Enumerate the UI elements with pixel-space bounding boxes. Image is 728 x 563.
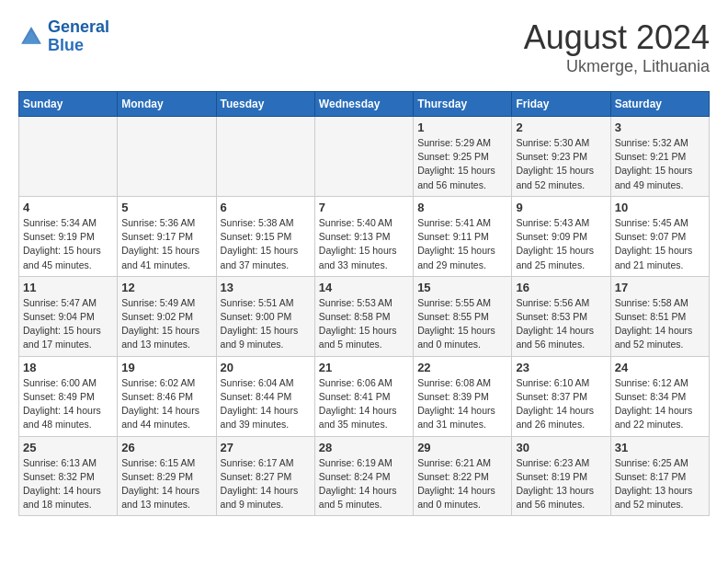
day-number: 26 bbox=[121, 441, 211, 454]
day-cell: 22Sunrise: 6:08 AM Sunset: 8:39 PM Dayli… bbox=[414, 356, 512, 436]
day-detail: Sunrise: 6:10 AM Sunset: 8:37 PM Dayligh… bbox=[516, 376, 606, 432]
day-detail: Sunrise: 5:51 AM Sunset: 9:00 PM Dayligh… bbox=[221, 296, 311, 352]
logo-icon bbox=[18, 24, 44, 50]
day-detail: Sunrise: 6:02 AM Sunset: 8:46 PM Dayligh… bbox=[121, 376, 211, 432]
day-detail: Sunrise: 5:38 AM Sunset: 9:15 PM Dayligh… bbox=[221, 216, 311, 272]
day-detail: Sunrise: 6:08 AM Sunset: 8:39 PM Dayligh… bbox=[417, 376, 507, 432]
day-detail: Sunrise: 6:00 AM Sunset: 8:49 PM Dayligh… bbox=[23, 376, 113, 432]
day-number: 6 bbox=[221, 201, 311, 214]
day-cell: 2Sunrise: 5:30 AM Sunset: 9:23 PM Daylig… bbox=[512, 117, 610, 197]
day-cell: 31Sunrise: 6:25 AM Sunset: 8:17 PM Dayli… bbox=[610, 436, 709, 516]
day-cell: 29Sunrise: 6:21 AM Sunset: 8:22 PM Dayli… bbox=[414, 436, 512, 516]
day-number: 18 bbox=[23, 361, 113, 374]
day-detail: Sunrise: 6:04 AM Sunset: 8:44 PM Dayligh… bbox=[221, 376, 311, 432]
day-cell: 13Sunrise: 5:51 AM Sunset: 9:00 PM Dayli… bbox=[216, 276, 314, 356]
day-detail: Sunrise: 6:17 AM Sunset: 8:27 PM Dayligh… bbox=[221, 456, 311, 512]
day-cell: 1Sunrise: 5:29 AM Sunset: 9:25 PM Daylig… bbox=[414, 117, 512, 197]
day-cell: 20Sunrise: 6:04 AM Sunset: 8:44 PM Dayli… bbox=[216, 356, 314, 436]
day-number: 12 bbox=[121, 281, 211, 294]
column-header-wednesday: Wednesday bbox=[314, 92, 413, 117]
week-row-4: 18Sunrise: 6:00 AM Sunset: 8:49 PM Dayli… bbox=[19, 356, 710, 436]
column-header-monday: Monday bbox=[118, 92, 216, 117]
day-detail: Sunrise: 6:23 AM Sunset: 8:19 PM Dayligh… bbox=[516, 456, 606, 512]
day-number: 5 bbox=[121, 201, 211, 214]
day-number: 7 bbox=[319, 201, 409, 214]
day-cell: 26Sunrise: 6:15 AM Sunset: 8:29 PM Dayli… bbox=[118, 436, 216, 516]
column-header-tuesday: Tuesday bbox=[216, 92, 314, 117]
title-block: August 2024 Ukmerge, Lithuania bbox=[524, 18, 710, 76]
day-cell: 30Sunrise: 6:23 AM Sunset: 8:19 PM Dayli… bbox=[512, 436, 610, 516]
day-cell: 27Sunrise: 6:17 AM Sunset: 8:27 PM Dayli… bbox=[216, 436, 314, 516]
day-number: 19 bbox=[121, 361, 211, 374]
day-number: 15 bbox=[417, 281, 507, 294]
day-cell: 5Sunrise: 5:36 AM Sunset: 9:17 PM Daylig… bbox=[118, 196, 216, 276]
day-number: 10 bbox=[615, 201, 705, 214]
day-cell: 8Sunrise: 5:41 AM Sunset: 9:11 PM Daylig… bbox=[414, 196, 512, 276]
day-number: 13 bbox=[221, 281, 311, 294]
column-header-saturday: Saturday bbox=[610, 92, 709, 117]
logo-text: General Blue bbox=[48, 18, 109, 55]
week-row-5: 25Sunrise: 6:13 AM Sunset: 8:32 PM Dayli… bbox=[19, 436, 710, 516]
day-number: 29 bbox=[417, 441, 507, 454]
page-header: General Blue August 2024 Ukmerge, Lithua… bbox=[18, 18, 710, 76]
week-row-3: 11Sunrise: 5:47 AM Sunset: 9:04 PM Dayli… bbox=[19, 276, 710, 356]
day-number: 16 bbox=[516, 281, 606, 294]
day-detail: Sunrise: 5:32 AM Sunset: 9:21 PM Dayligh… bbox=[615, 136, 705, 192]
day-detail: Sunrise: 5:36 AM Sunset: 9:17 PM Dayligh… bbox=[121, 216, 211, 272]
day-number: 4 bbox=[23, 201, 113, 214]
day-cell: 12Sunrise: 5:49 AM Sunset: 9:02 PM Dayli… bbox=[118, 276, 216, 356]
page-subtitle: Ukmerge, Lithuania bbox=[524, 57, 710, 76]
day-number: 31 bbox=[615, 441, 705, 454]
week-row-2: 4Sunrise: 5:34 AM Sunset: 9:19 PM Daylig… bbox=[19, 196, 710, 276]
day-cell: 21Sunrise: 6:06 AM Sunset: 8:41 PM Dayli… bbox=[314, 356, 413, 436]
day-number: 28 bbox=[319, 441, 409, 454]
day-number: 20 bbox=[221, 361, 311, 374]
day-detail: Sunrise: 5:45 AM Sunset: 9:07 PM Dayligh… bbox=[615, 216, 705, 272]
day-cell: 18Sunrise: 6:00 AM Sunset: 8:49 PM Dayli… bbox=[19, 356, 118, 436]
day-cell: 17Sunrise: 5:58 AM Sunset: 8:51 PM Dayli… bbox=[610, 276, 709, 356]
day-detail: Sunrise: 6:06 AM Sunset: 8:41 PM Dayligh… bbox=[319, 376, 409, 432]
day-number: 22 bbox=[417, 361, 507, 374]
day-number: 9 bbox=[516, 201, 606, 214]
day-number: 1 bbox=[417, 121, 507, 134]
day-cell: 28Sunrise: 6:19 AM Sunset: 8:24 PM Dayli… bbox=[314, 436, 413, 516]
column-header-sunday: Sunday bbox=[19, 92, 118, 117]
column-header-friday: Friday bbox=[512, 92, 610, 117]
day-cell: 24Sunrise: 6:12 AM Sunset: 8:34 PM Dayli… bbox=[610, 356, 709, 436]
day-cell: 25Sunrise: 6:13 AM Sunset: 8:32 PM Dayli… bbox=[19, 436, 118, 516]
day-number: 17 bbox=[615, 281, 705, 294]
day-detail: Sunrise: 5:58 AM Sunset: 8:51 PM Dayligh… bbox=[615, 296, 705, 352]
day-cell: 16Sunrise: 5:56 AM Sunset: 8:53 PM Dayli… bbox=[512, 276, 610, 356]
day-detail: Sunrise: 6:15 AM Sunset: 8:29 PM Dayligh… bbox=[121, 456, 211, 512]
week-row-1: 1Sunrise: 5:29 AM Sunset: 9:25 PM Daylig… bbox=[19, 117, 710, 197]
day-detail: Sunrise: 6:25 AM Sunset: 8:17 PM Dayligh… bbox=[615, 456, 705, 512]
day-cell: 23Sunrise: 6:10 AM Sunset: 8:37 PM Dayli… bbox=[512, 356, 610, 436]
day-detail: Sunrise: 5:47 AM Sunset: 9:04 PM Dayligh… bbox=[23, 296, 113, 352]
day-detail: Sunrise: 5:41 AM Sunset: 9:11 PM Dayligh… bbox=[417, 216, 507, 272]
day-number: 8 bbox=[417, 201, 507, 214]
day-cell: 3Sunrise: 5:32 AM Sunset: 9:21 PM Daylig… bbox=[610, 117, 709, 197]
day-cell: 10Sunrise: 5:45 AM Sunset: 9:07 PM Dayli… bbox=[610, 196, 709, 276]
day-cell: 6Sunrise: 5:38 AM Sunset: 9:15 PM Daylig… bbox=[216, 196, 314, 276]
day-number: 3 bbox=[615, 121, 705, 134]
logo: General Blue bbox=[18, 18, 109, 55]
day-detail: Sunrise: 5:43 AM Sunset: 9:09 PM Dayligh… bbox=[516, 216, 606, 272]
day-detail: Sunrise: 5:55 AM Sunset: 8:55 PM Dayligh… bbox=[417, 296, 507, 352]
day-cell bbox=[118, 117, 216, 197]
day-number: 11 bbox=[23, 281, 113, 294]
day-detail: Sunrise: 5:53 AM Sunset: 8:58 PM Dayligh… bbox=[319, 296, 409, 352]
day-detail: Sunrise: 6:21 AM Sunset: 8:22 PM Dayligh… bbox=[417, 456, 507, 512]
day-cell: 11Sunrise: 5:47 AM Sunset: 9:04 PM Dayli… bbox=[19, 276, 118, 356]
day-cell: 7Sunrise: 5:40 AM Sunset: 9:13 PM Daylig… bbox=[314, 196, 413, 276]
column-header-thursday: Thursday bbox=[414, 92, 512, 117]
day-number: 25 bbox=[23, 441, 113, 454]
day-number: 23 bbox=[516, 361, 606, 374]
day-cell bbox=[314, 117, 413, 197]
day-detail: Sunrise: 6:19 AM Sunset: 8:24 PM Dayligh… bbox=[319, 456, 409, 512]
day-number: 30 bbox=[516, 441, 606, 454]
day-cell: 15Sunrise: 5:55 AM Sunset: 8:55 PM Dayli… bbox=[414, 276, 512, 356]
day-number: 21 bbox=[319, 361, 409, 374]
day-cell bbox=[216, 117, 314, 197]
day-detail: Sunrise: 6:12 AM Sunset: 8:34 PM Dayligh… bbox=[615, 376, 705, 432]
header-row: SundayMondayTuesdayWednesdayThursdayFrid… bbox=[19, 92, 710, 117]
